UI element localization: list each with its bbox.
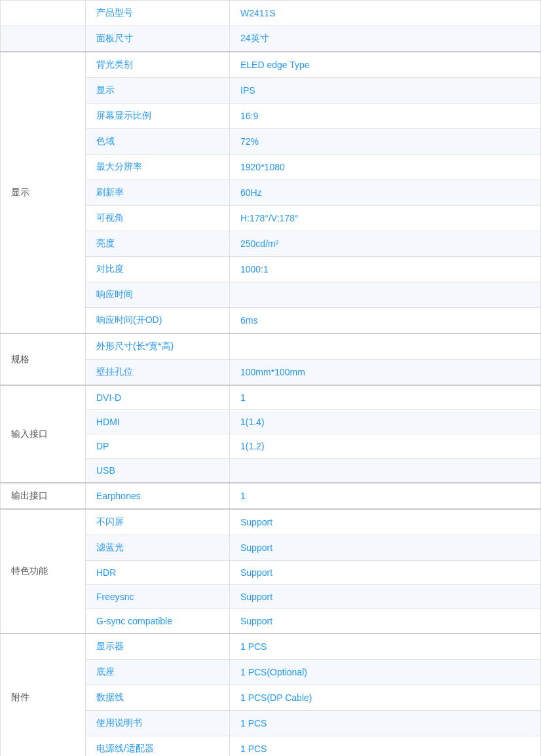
label-cell: 亮度	[86, 231, 230, 257]
value-cell	[230, 459, 541, 483]
label-cell: DP	[86, 434, 230, 459]
value-cell: Support	[230, 609, 541, 634]
category-cell: 显示	[1, 52, 86, 333]
table-row: 输出接口Earphones1	[1, 483, 541, 509]
value-cell: 1920*1080	[230, 155, 541, 180]
category-cell	[1, 26, 86, 52]
value-cell: 1 PCS	[230, 736, 541, 757]
category-cell	[1, 1, 86, 26]
value-cell: 6ms	[230, 308, 541, 334]
value-cell: 100mm*100mm	[230, 360, 541, 386]
label-cell: 显示	[86, 78, 230, 104]
label-cell: USB	[86, 459, 230, 483]
table-row: 显示背光类别ELED edge Type	[1, 52, 541, 78]
value-cell: 1000:1	[230, 257, 541, 282]
value-cell: 1(1.4)	[230, 410, 541, 434]
spec-table: 产品型号W2411S面板尺寸24英寸显示背光类别ELED edge Type显示…	[0, 0, 541, 756]
label-cell: 产品型号	[86, 1, 230, 26]
label-cell: Earphones	[86, 483, 230, 509]
value-cell: Support	[230, 535, 541, 561]
label-cell: Freeysnc	[86, 585, 230, 609]
value-cell: ELED edge Type	[230, 52, 541, 78]
table-row: 输入接口DVI-D1	[1, 385, 541, 410]
label-cell: 背光类别	[86, 52, 230, 78]
value-cell: 60Hz	[230, 180, 541, 206]
value-cell: 24英寸	[230, 26, 541, 52]
label-cell: 可视角	[86, 206, 230, 231]
value-cell: Support	[230, 561, 541, 585]
category-cell: 输出接口	[1, 483, 86, 509]
value-cell: 16:9	[230, 104, 541, 129]
label-cell: 不闪屏	[86, 509, 230, 535]
label-cell: 底座	[86, 660, 230, 685]
value-cell: IPS	[230, 78, 541, 104]
value-cell: H:178°/V:178°	[230, 206, 541, 231]
label-cell: 外形尺寸(长*宽*高)	[86, 333, 230, 360]
label-cell: 面板尺寸	[86, 26, 230, 52]
value-cell: Support	[230, 585, 541, 609]
label-cell: 最大分辨率	[86, 155, 230, 180]
value-cell: 1 PCS(DP Cable)	[230, 685, 541, 711]
value-cell: 1 PCS	[230, 633, 541, 660]
label-cell: 色域	[86, 129, 230, 155]
label-cell: 显示器	[86, 633, 230, 660]
value-cell: 1 PCS(Optional)	[230, 660, 541, 685]
value-cell: 1(1.2)	[230, 434, 541, 459]
label-cell: 数据线	[86, 685, 230, 711]
value-cell	[230, 333, 541, 360]
table-row: 产品型号W2411S	[1, 1, 541, 26]
label-cell: 响应时间	[86, 282, 230, 308]
label-cell: 壁挂孔位	[86, 360, 230, 386]
label-cell: 滤蓝光	[86, 535, 230, 561]
label-cell: 响应时间(开OD)	[86, 308, 230, 334]
category-cell: 规格	[1, 333, 86, 385]
value-cell: Support	[230, 509, 541, 535]
value-cell: 1 PCS	[230, 711, 541, 736]
label-cell: DVI-D	[86, 385, 230, 410]
value-cell	[230, 282, 541, 308]
value-cell: W2411S	[230, 1, 541, 26]
table-row: 规格外形尺寸(长*宽*高)	[1, 333, 541, 360]
category-cell: 特色功能	[1, 509, 86, 633]
value-cell: 72%	[230, 129, 541, 155]
label-cell: 刷新率	[86, 180, 230, 206]
table-row: 特色功能不闪屏Support	[1, 509, 541, 535]
label-cell: 屏幕显示比例	[86, 104, 230, 129]
label-cell: 对比度	[86, 257, 230, 282]
value-cell: 250cd/m²	[230, 231, 541, 257]
label-cell: HDR	[86, 561, 230, 585]
table-row: 面板尺寸24英寸	[1, 26, 541, 52]
value-cell: 1	[230, 385, 541, 410]
value-cell: 1	[230, 483, 541, 509]
label-cell: G-sync compatible	[86, 609, 230, 634]
category-cell: 附件	[1, 633, 86, 756]
label-cell: 使用说明书	[86, 711, 230, 736]
category-cell: 输入接口	[1, 385, 86, 483]
label-cell: HDMI	[86, 410, 230, 434]
label-cell: 电源线/适配器	[86, 736, 230, 757]
table-row: 附件显示器1 PCS	[1, 633, 541, 660]
